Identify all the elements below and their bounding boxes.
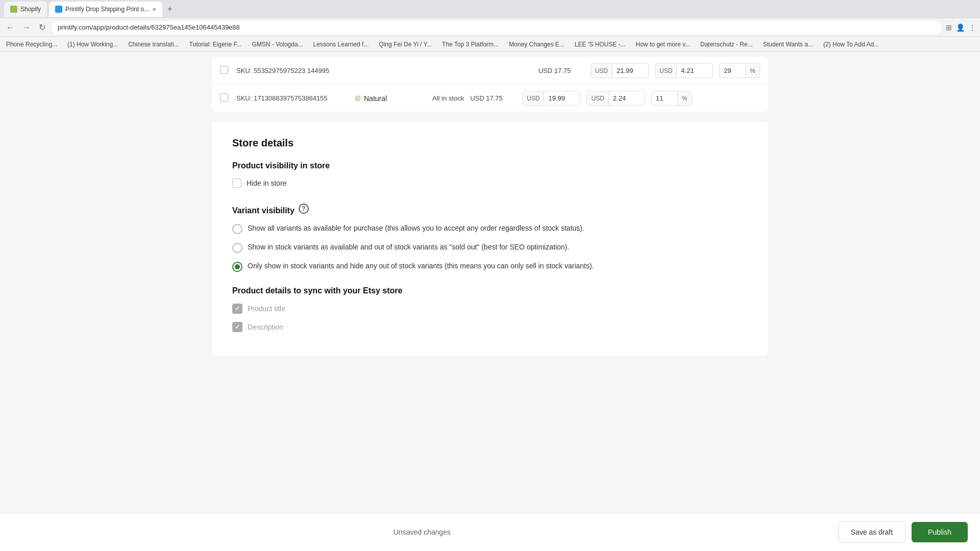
- bookmark-lessons[interactable]: Lessons Learned f...: [311, 40, 371, 49]
- sync-title: Product details to sync with your Etsy s…: [232, 286, 748, 295]
- row2-price: USD 17.75: [470, 94, 516, 102]
- table-row: SKU: 17130883975753864155 Natural All in…: [212, 85, 768, 112]
- menu-icon: ⋮: [969, 23, 976, 32]
- variant-option-2-row: Show in stock variants as available and …: [232, 242, 748, 253]
- row2-currency2: USD: [587, 92, 608, 105]
- tab-printify-label: Printify Drop Shipping Print o...: [65, 6, 149, 13]
- row2-sku: SKU: 17130883975753864155: [236, 94, 349, 102]
- close-icon[interactable]: ✕: [152, 7, 156, 12]
- variant-option-3-label: Only show in stock variants and hide any…: [248, 261, 594, 271]
- visibility-title: Product visibility in store: [232, 161, 748, 170]
- sync-description-row: ✓ Description: [232, 322, 748, 332]
- row2-margin: USD: [586, 91, 645, 106]
- page-content: SKU: 55352975975223 144995 USD 17.75 USD…: [0, 52, 980, 551]
- row1-quantity-input[interactable]: [720, 64, 745, 78]
- row2-stock: All in stock: [432, 94, 464, 102]
- variant-option-1-label: Show all variants as available for purch…: [248, 223, 584, 234]
- store-details-section: Store details Product visibility in stor…: [212, 122, 768, 356]
- hide-in-store-checkbox[interactable]: [232, 179, 241, 188]
- row1-price: USD 17.75: [538, 67, 584, 74]
- bookmark-datenschutz[interactable]: Datenschutz - Re...: [698, 40, 755, 49]
- tab-printify[interactable]: Printify Drop Shipping Print o... ✕: [49, 2, 162, 17]
- browser-chrome: Shopify Printify Drop Shipping Print o..…: [0, 0, 980, 18]
- row2-price-input[interactable]: [544, 91, 580, 105]
- row2-retail-price: USD: [522, 91, 580, 106]
- row1-margin-input[interactable]: [677, 64, 713, 78]
- sync-description-checkbox[interactable]: ✓: [232, 322, 242, 332]
- row1-currency2: USD: [655, 64, 677, 78]
- row2-checkbox[interactable]: [220, 93, 228, 102]
- sync-section: Product details to sync with your Etsy s…: [232, 286, 748, 332]
- row2-percent: %: [677, 92, 692, 105]
- sync-product-title-label: Product title: [248, 305, 285, 313]
- variant-option-1-row: Show all variants as available for purch…: [232, 223, 748, 234]
- store-details-title: Store details: [232, 137, 748, 149]
- row2-color-name: Natural: [364, 94, 387, 103]
- address-bar-row: ← → ↻ ⊞ 👤 ⋮: [0, 18, 980, 37]
- back-button[interactable]: ←: [4, 22, 16, 33]
- variant-help-icon[interactable]: ?: [299, 204, 309, 214]
- printify-favicon: [55, 6, 62, 13]
- bookmark-money[interactable]: Money Changes E...: [507, 40, 567, 49]
- hide-in-store-row: Hide in store: [232, 179, 748, 188]
- tab-bar: Shopify Printify Drop Shipping Print o..…: [4, 2, 976, 17]
- action-bar: Unsaved changes Save as draft Publish: [0, 513, 980, 551]
- forward-button[interactable]: →: [20, 22, 33, 33]
- browser-icons: ⊞ 👤 ⋮: [946, 23, 976, 32]
- main-content: SKU: 55352975975223 144995 USD 17.75 USD…: [202, 57, 778, 407]
- variant-visibility-section: Variant visibility ? Show all variants a…: [232, 202, 748, 272]
- bookmark-lee[interactable]: LEE 'S HOUSE -...: [573, 40, 628, 49]
- variant-title: Variant visibility: [232, 206, 295, 215]
- row2-color-cell: Natural: [355, 94, 426, 103]
- hide-in-store-label: Hide in store: [247, 179, 287, 187]
- row1-margin: USD: [655, 63, 713, 78]
- save-as-draft-button[interactable]: Save as draft: [838, 521, 906, 543]
- product-visibility-section: Product visibility in store Hide in stor…: [232, 161, 748, 188]
- color-dot-natural: [355, 95, 361, 102]
- variant-option-2-label: Show in stock variants as available and …: [248, 242, 569, 253]
- bookmark-addad[interactable]: (2) How To Add Ad...: [821, 40, 881, 49]
- refresh-button[interactable]: ↻: [37, 21, 47, 33]
- publish-button[interactable]: Publish: [912, 522, 968, 542]
- bookmark-platform[interactable]: The Top 3 Platform...: [440, 40, 501, 49]
- tab-shopify-label: Shopify: [20, 6, 41, 13]
- row2-quantity-input[interactable]: [652, 91, 677, 105]
- bookmark-chinese[interactable]: Chinese translati...: [126, 40, 181, 49]
- row1-retail-price: USD: [591, 63, 649, 78]
- sync-product-title-checkbox[interactable]: ✓: [232, 304, 242, 314]
- row2-currency1: USD: [523, 92, 544, 105]
- row1-checkbox[interactable]: [220, 66, 228, 74]
- row1-checkbox-cell: [220, 66, 230, 76]
- variant-option-3-radio[interactable]: [232, 262, 242, 272]
- shopify-favicon: [10, 6, 17, 13]
- bookmark-student[interactable]: Student Wants a...: [761, 40, 815, 49]
- row2-checkbox-cell: [220, 93, 230, 103]
- tab-shopify[interactable]: Shopify: [4, 2, 47, 17]
- bookmarks-bar: Phone Recycling... (1) How Working... Ch…: [0, 37, 980, 52]
- sync-product-title-row: ✓ Product title: [232, 304, 748, 314]
- bookmark-qing[interactable]: Qing Fei De Yi / Y...: [377, 40, 434, 49]
- row2-quantity: %: [651, 91, 692, 106]
- checkmark-icon: ✓: [235, 305, 240, 312]
- bookmark-working[interactable]: (1) How Working...: [65, 40, 120, 49]
- row1-quantity: %: [719, 63, 760, 78]
- variant-option-1-radio[interactable]: [232, 224, 242, 234]
- profile-icon: 👤: [956, 23, 965, 32]
- table-row: SKU: 55352975975223 144995 USD 17.75 USD…: [212, 57, 768, 85]
- row1-sku: SKU: 55352975975223 144995: [236, 67, 349, 74]
- row1-price-input[interactable]: [612, 64, 648, 78]
- sync-description-label: Description: [248, 323, 283, 331]
- row1-currency1: USD: [591, 64, 612, 78]
- address-input[interactable]: [52, 21, 942, 34]
- bookmark-gmsn[interactable]: GMSN - Vologda...: [250, 40, 305, 49]
- new-tab-button[interactable]: +: [164, 4, 175, 15]
- extensions-icon: ⊞: [946, 23, 952, 32]
- row2-margin-input[interactable]: [609, 91, 645, 105]
- checkmark-icon: ✓: [235, 323, 240, 331]
- variant-option-2-radio[interactable]: [232, 243, 242, 253]
- bookmark-phone[interactable]: Phone Recycling...: [4, 40, 59, 49]
- table-section: SKU: 55352975975223 144995 USD 17.75 USD…: [212, 57, 768, 112]
- bookmark-more[interactable]: How to get more v...: [634, 40, 692, 49]
- bookmark-tutorial[interactable]: Tutorial: Eigene F...: [187, 40, 244, 49]
- unsaved-changes-text: Unsaved changes: [12, 528, 832, 536]
